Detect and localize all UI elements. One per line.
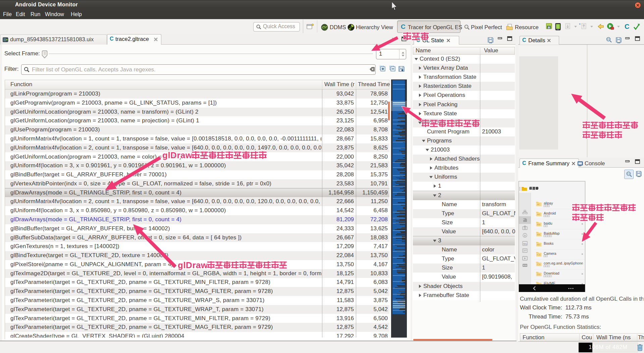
svg-text:C: C <box>625 23 629 30</box>
svg-text:Ca: Ca <box>537 253 541 256</box>
svg-text:Co: Co <box>537 263 541 266</box>
svg-text:Ba: Ba <box>537 223 540 226</box>
svg-text:Mu: Mu <box>523 242 527 245</box>
svg-text:Ba: Ba <box>537 233 540 236</box>
svg-text:Bo: Bo <box>537 243 540 246</box>
svg-text:Do: Do <box>537 273 541 276</box>
svg-text:An: An <box>537 213 540 216</box>
svg-text:Al: Al <box>537 203 539 206</box>
